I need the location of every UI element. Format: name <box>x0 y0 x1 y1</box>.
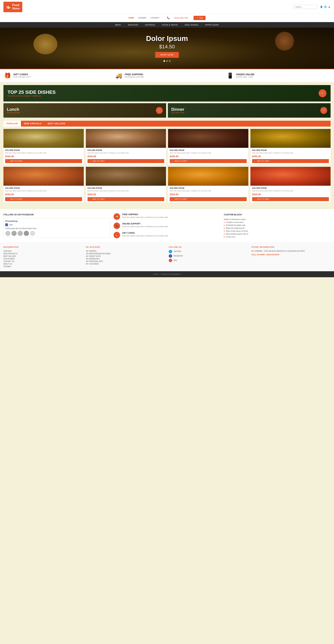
shipping-svc-icon: 🚚 <box>114 213 120 220</box>
custom-block-list: Nullam ut elementum massa ▶Curabitur cur… <box>224 218 331 238</box>
account-link-3[interactable]: MY ADDRESSES <box>86 258 165 260</box>
promo-section: TOP 25 SIDE DISHES DOLORE IPSUM CONNECT … <box>3 85 331 118</box>
social-rss[interactable]: r RSS <box>169 259 248 262</box>
footer-account-list: MY ORDERS MY MERCHANDISE RETURNS MY CRED… <box>86 250 165 265</box>
cart-icon-3: 🛒 <box>171 160 174 162</box>
dinner-cart-btn[interactable]: 🛒 <box>320 107 327 114</box>
cat-seafood[interactable]: SEAFOOD <box>128 24 138 26</box>
info-link-6[interactable]: SITEMAP <box>3 265 83 268</box>
social-facebook[interactable]: f FACEBOOK <box>169 254 248 258</box>
tab-new-arrivals[interactable]: NEW ARRIVALS <box>21 121 45 126</box>
footer-info-list: SPECIALS NEW PRODUCTS BEST SELLERS OUR S… <box>3 250 83 268</box>
product-card-1: DOLORE IPSUM Dolor item dolore turbus fi… <box>3 129 84 164</box>
phone-icon: 📞 <box>167 17 170 19</box>
footer-store-title: STORE INFORMATION <box>252 246 331 248</box>
product-img-7 <box>168 167 248 186</box>
cat-side[interactable]: SIDE DISHES <box>185 24 199 26</box>
product-desc-6: Dolor item dolore turbus fibrus. Rulebri… <box>87 190 164 192</box>
add-to-cart-8[interactable]: 🛒 ADD TO CART <box>252 197 329 201</box>
product-title-6: DOLORE IPSUM <box>87 187 164 189</box>
info-link-3[interactable]: OUR STORES <box>3 258 83 260</box>
footer-services-section: 🚚 FREE SHIPPING Dolor item dolore turbus… <box>114 213 220 238</box>
dot-2[interactable] <box>166 60 168 62</box>
meal-banners: Lunch DOLORE IPSUM 🛒 Dinner DOLORE IPSUM… <box>3 103 331 118</box>
dinner-title: Dinner <box>171 107 184 112</box>
account-link-2[interactable]: MY CREDIT SLIPS <box>86 255 165 258</box>
add-to-cart-7[interactable]: 🛒 ADD TO CART <box>170 197 247 201</box>
product-card-6: DOLORE IPSUM Dolor item dolore turbus fi… <box>86 167 166 202</box>
hero-content: Dolor Ipsum $14.50 SHOP NOW! <box>146 34 188 62</box>
info-link-1[interactable]: NEW PRODUCTS <box>3 252 83 255</box>
dot-1[interactable] <box>163 60 165 62</box>
product-desc-1: Dolor item dolore turbus fibrus. Rulebri… <box>5 152 82 154</box>
nav-contact[interactable]: CONTACT <box>151 17 159 19</box>
cat-appetizers[interactable]: APPETIZERS <box>205 24 219 26</box>
like-label: Like <box>9 224 13 226</box>
add-to-cart-3[interactable]: 🛒 ADD TO CART <box>170 159 247 163</box>
gift-icon: 🎁 <box>4 72 11 79</box>
shop-now-button[interactable]: SHOP NOW! <box>155 52 179 58</box>
social-twitter[interactable]: t TWITTER <box>169 250 248 253</box>
products-row-2: DOLORE IPSUM Dolor item dolore turbus fi… <box>3 167 331 205</box>
truck-icon: 🚚 <box>115 72 122 79</box>
header: 🍜 Food Store 👤 🌐 🔒 <box>0 0 334 14</box>
logo-line2: Store <box>12 7 19 10</box>
store-address: MY COMPANY - 8702 NW BLVD BROOKLYN, GLAS… <box>252 250 331 252</box>
nav-home[interactable]: HOME <box>128 17 134 19</box>
add-to-cart-6[interactable]: 🛒 ADD TO CART <box>87 197 164 201</box>
prestashop-brand: PrestaShop <box>5 220 108 222</box>
shipping-svc-title: FREE SHIPPING <box>122 213 169 216</box>
info-box-order: 📱 ORDER ONLINE HOURS: 8AM - 11PM <box>223 69 334 82</box>
gift-subtitle: GIVE THE BEST GIFT <box>13 76 31 78</box>
cat-meat[interactable]: MEAT <box>115 24 121 26</box>
info-link-2[interactable]: BEST SELLERS <box>3 255 83 258</box>
giftcard-svc-title: GIFT CARDS <box>122 232 169 234</box>
footer-facebook-section: FOLLOW US ON FACEBOOK PrestaShop f Like … <box>3 213 110 238</box>
logo[interactable]: 🍜 Food Store <box>3 2 22 12</box>
info-link-4[interactable]: CONTACT US <box>3 260 83 263</box>
fb-like-btn[interactable]: f Like <box>5 224 108 226</box>
footer-social-title: FOLLOW US <box>169 246 248 248</box>
cart-button[interactable]: 🛒 Cart <box>194 16 206 20</box>
product-card-2: DOLORE IPSUM Dolor item dolore turbus fi… <box>86 129 166 164</box>
order-subtitle: HOURS: 8AM - 11PM <box>236 76 254 78</box>
cart-icon-4: 🛒 <box>254 160 256 162</box>
tab-popular[interactable]: POPULAR <box>3 121 21 126</box>
product-desc-8: Dolor item dolore turbus fibrus. Rulebri… <box>252 190 329 192</box>
add-to-cart-5[interactable]: 🛒 ADD TO CART <box>5 197 82 201</box>
info-link-0[interactable]: SPECIALS <box>3 250 83 252</box>
add-to-cart-2[interactable]: 🛒 ADD TO CART <box>87 159 164 163</box>
account-link-0[interactable]: MY ORDERS <box>86 250 165 252</box>
add-to-cart-4[interactable]: 🛒 ADD TO CART <box>252 159 329 163</box>
product-card-4: DOLORE IPSUM Dolor item dolore turbus fi… <box>250 129 331 164</box>
product-title-1: DOLORE IPSUM <box>5 149 82 151</box>
shipping-title: FREE SHIPPING <box>125 73 144 76</box>
nav-sitemap[interactable]: SITEMAP <box>138 17 146 19</box>
account-link-1[interactable]: MY MERCHANDISE RETURNS <box>86 252 165 255</box>
product-desc-5: Dolor item dolore turbus fibrus. Rulebri… <box>5 190 82 192</box>
lunch-cart-btn[interactable]: 🛒 <box>156 107 163 114</box>
top-dishes-cart-btn[interactable]: 🛒 <box>319 89 327 97</box>
cat-entrees[interactable]: ENTREES <box>145 24 155 26</box>
top-dishes-title: TOP 25 SIDE DISHES <box>7 90 56 95</box>
phone-number: 0123-456-789 <box>174 17 188 19</box>
product-title-3: DOLORE IPSUM <box>170 149 247 151</box>
search-input[interactable] <box>294 5 317 9</box>
dot-3[interactable] <box>169 60 171 62</box>
support-svc-title: ONLINE SUPPORT <box>122 222 169 225</box>
product-price-7: $250.99 <box>170 193 247 196</box>
tab-best-sellers[interactable]: BEST SELLERS <box>45 121 68 126</box>
account-link-5[interactable]: MY VOUCHERS <box>86 263 165 265</box>
order-title: ORDER ONLINE <box>236 73 254 76</box>
lock-icon: 🔒 <box>328 6 331 8</box>
account-link-4[interactable]: MY PERSONAL INFO <box>86 260 165 263</box>
call-us-label: CALL US NOW: 1-800-234-5678 <box>252 254 331 256</box>
info-link-5[interactable]: ABOUT US <box>3 263 83 265</box>
lunch-subtitle: DOLORE IPSUM <box>7 112 20 114</box>
footer-account-title: MY ACCOUNT <box>86 246 165 248</box>
add-to-cart-1[interactable]: 🛒 ADD TO CART <box>5 159 82 163</box>
cart-icon-7: 🛒 <box>171 198 174 200</box>
cat-pizza[interactable]: PIZZA & PASTA <box>162 24 178 26</box>
cart-icon-6: 🛒 <box>89 198 91 200</box>
product-price-8: $250.99 <box>252 193 329 196</box>
